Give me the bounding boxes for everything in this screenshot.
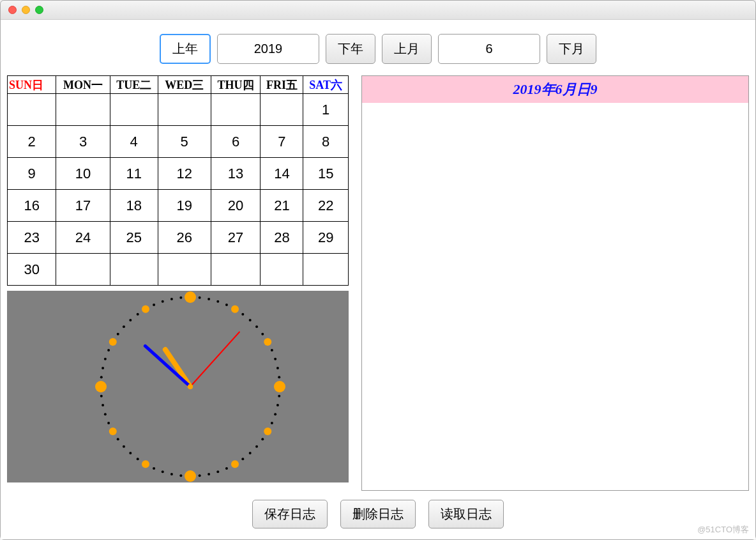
svg-point-42 <box>104 413 107 415</box>
svg-point-26 <box>225 467 228 470</box>
date-toolbar: 上年 下年 上月 下月 <box>7 26 749 75</box>
svg-point-43 <box>102 404 104 406</box>
calendar-cell[interactable]: 9 <box>8 158 56 190</box>
calendar-table: SUN日MON一TUE二WED三THU四FRI五SAT六 12345678910… <box>7 75 349 286</box>
svg-point-18 <box>274 413 276 415</box>
left-panel: SUN日MON一TUE二WED三THU四FRI五SAT六 12345678910… <box>7 75 349 482</box>
calendar-cell[interactable]: 2 <box>8 126 56 158</box>
calendar-cell <box>110 94 158 126</box>
calendar-cell[interactable]: 7 <box>261 126 303 158</box>
calendar-cell[interactable]: 26 <box>158 222 211 254</box>
calendar-cell[interactable]: 15 <box>303 158 349 190</box>
calendar-cell[interactable]: 24 <box>56 222 110 254</box>
svg-point-33 <box>162 470 164 473</box>
calendar-cell[interactable]: 30 <box>8 254 56 286</box>
calendar-cell[interactable]: 3 <box>56 126 110 158</box>
calendar-cell <box>303 254 349 286</box>
titlebar <box>1 1 755 20</box>
calendar-cell[interactable]: 4 <box>110 126 158 158</box>
svg-point-12 <box>274 358 276 360</box>
calendar-cell <box>261 94 303 126</box>
svg-point-19 <box>271 422 273 424</box>
app-window: 上年 下年 上月 下月 SUN日MON一TUE二WED三THU四FRI五SAT六… <box>0 0 756 540</box>
calendar-cell[interactable]: 28 <box>261 222 303 254</box>
window-maximize-icon[interactable] <box>35 6 43 14</box>
svg-point-49 <box>107 349 110 351</box>
read-diary-button[interactable]: 读取日志 <box>428 500 504 528</box>
svg-point-64 <box>264 428 271 435</box>
calendar-cell[interactable]: 18 <box>110 190 158 222</box>
svg-point-57 <box>162 300 164 303</box>
calendar-cell[interactable]: 29 <box>303 222 349 254</box>
svg-point-41 <box>107 422 110 424</box>
calendar-cell[interactable]: 12 <box>158 158 211 190</box>
calendar-cell[interactable]: 17 <box>56 190 110 222</box>
save-diary-button[interactable]: 保存日志 <box>252 500 328 528</box>
calendar-cell[interactable]: 20 <box>211 190 261 222</box>
svg-point-22 <box>255 445 258 448</box>
svg-line-74 <box>190 332 239 387</box>
prev-month-button[interactable]: 上月 <box>382 34 432 64</box>
analog-clock <box>7 291 349 482</box>
svg-point-53 <box>129 319 132 321</box>
svg-point-75 <box>188 384 193 389</box>
calendar-cell[interactable]: 10 <box>56 158 110 190</box>
calendar-cell <box>158 254 211 286</box>
calendar-header-4: THU四 <box>211 76 261 94</box>
main-area: SUN日MON一TUE二WED三THU四FRI五SAT六 12345678910… <box>7 75 749 491</box>
calendar-header-1: MON一 <box>56 76 110 94</box>
svg-point-28 <box>208 473 210 475</box>
svg-point-48 <box>104 358 107 360</box>
calendar-cell[interactable]: 21 <box>261 190 303 222</box>
calendar-cell[interactable]: 16 <box>8 190 56 222</box>
svg-point-44 <box>100 395 103 397</box>
window-minimize-icon[interactable] <box>22 6 30 14</box>
calendar-cell[interactable]: 11 <box>110 158 158 190</box>
calendar-cell[interactable]: 6 <box>211 126 261 158</box>
calendar-header-5: FRI五 <box>261 76 303 94</box>
svg-point-39 <box>117 438 119 440</box>
calendar-cell[interactable]: 13 <box>211 158 261 190</box>
calendar-cell <box>211 94 261 126</box>
diary-panel: 2019年6月日9 <box>361 75 749 491</box>
svg-point-37 <box>129 452 132 454</box>
svg-point-4 <box>225 304 228 306</box>
calendar-cell[interactable]: 5 <box>158 126 211 158</box>
prev-year-button[interactable]: 上年 <box>160 34 211 64</box>
svg-point-8 <box>255 325 258 328</box>
watermark-text: @51CTO博客 <box>697 524 749 536</box>
calendar-cell <box>261 254 303 286</box>
svg-point-24 <box>241 458 244 460</box>
svg-point-51 <box>117 333 119 336</box>
month-field[interactable] <box>438 34 540 64</box>
svg-point-2 <box>208 298 210 300</box>
svg-point-32 <box>170 473 173 475</box>
svg-point-59 <box>179 297 182 299</box>
clock-panel <box>7 291 349 482</box>
calendar-cell[interactable]: 25 <box>110 222 158 254</box>
calendar-cell[interactable]: 19 <box>158 190 211 222</box>
calendar-cell[interactable]: 22 <box>303 190 349 222</box>
svg-point-21 <box>261 438 264 440</box>
diary-text-area[interactable] <box>362 103 748 490</box>
calendar-header-6: SAT六 <box>303 76 349 94</box>
calendar-cell <box>211 254 261 286</box>
next-year-button[interactable]: 下年 <box>326 34 375 64</box>
svg-point-56 <box>153 304 155 306</box>
svg-point-34 <box>153 467 155 470</box>
delete-diary-button[interactable]: 删除日志 <box>340 500 416 528</box>
calendar-cell[interactable]: 8 <box>303 126 349 158</box>
svg-point-14 <box>278 376 280 378</box>
svg-point-70 <box>109 338 117 346</box>
window-close-icon[interactable] <box>8 6 17 14</box>
svg-point-52 <box>123 325 125 328</box>
calendar-cell[interactable]: 27 <box>211 222 261 254</box>
calendar-cell[interactable]: 23 <box>8 222 56 254</box>
calendar-cell[interactable]: 1 <box>303 94 349 126</box>
svg-point-60 <box>185 291 196 303</box>
svg-point-3 <box>216 300 219 303</box>
year-field[interactable] <box>217 34 319 64</box>
calendar-cell[interactable]: 14 <box>261 158 303 190</box>
svg-point-47 <box>102 367 104 369</box>
next-month-button[interactable]: 下月 <box>547 34 596 64</box>
